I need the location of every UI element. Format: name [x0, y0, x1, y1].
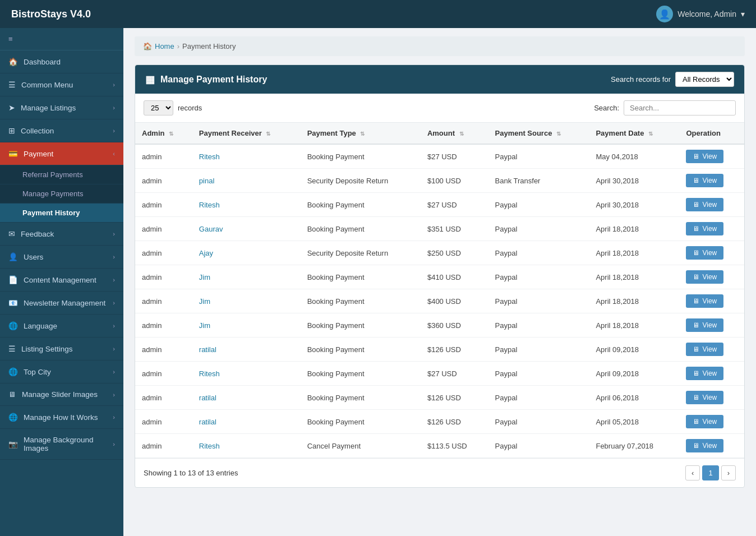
sort-icon[interactable]: ⇅: [266, 131, 270, 137]
sidebar-item-users[interactable]: 👤 Users ›: [0, 246, 123, 269]
receiver-link[interactable]: Gaurav: [199, 225, 223, 233]
user-dropdown-icon[interactable]: ▾: [741, 10, 745, 19]
sidebar-toggle[interactable]: ≡: [0, 28, 123, 50]
page-1-button[interactable]: 1: [702, 465, 718, 480]
sidebar-item-how-it-works[interactable]: 🌐 Manage How It Works ›: [0, 406, 123, 429]
sidebar-item-slider-images[interactable]: 🖥 Manage Slider Images ›: [0, 383, 123, 406]
search-label: Search:: [594, 104, 619, 112]
view-button[interactable]: 🖥 View: [686, 222, 723, 235]
cell-receiver: Gaurav: [192, 217, 301, 241]
view-button[interactable]: 🖥 View: [686, 294, 723, 308]
sub-item-payment-history[interactable]: Payment History: [0, 204, 123, 223]
sidebar-item-manage-listings[interactable]: ➤ Manage Listings ›: [0, 96, 123, 119]
receiver-link[interactable]: Ritesh: [199, 369, 220, 378]
receiver-link[interactable]: Ritesh: [199, 201, 220, 209]
sidebar-item-label: Content Management: [24, 276, 96, 284]
chevron-right-icon: ›: [113, 414, 115, 421]
search-for-container: Search records for All Records: [611, 72, 734, 87]
sidebar-item-top-city[interactable]: 🌐 Top City ›: [0, 361, 123, 383]
records-count-select[interactable]: 25: [144, 100, 173, 115]
view-button[interactable]: 🖥 View: [686, 415, 723, 428]
table-controls: 25 records Search:: [135, 94, 744, 123]
view-button[interactable]: 🖥 View: [686, 318, 723, 332]
cell-type: Booking Payment: [301, 313, 421, 338]
chevron-right-icon: ›: [113, 391, 115, 398]
cell-operation: 🖥 View: [679, 289, 744, 313]
cell-operation: 🖥 View: [679, 434, 744, 458]
next-page-button[interactable]: ›: [721, 465, 736, 480]
sidebar-item-feedback[interactable]: ✉ Feedback ›: [0, 223, 123, 246]
cell-source: Paypal: [488, 338, 589, 362]
sidebar-item-label: Common Menu: [21, 81, 73, 89]
breadcrumb-home[interactable]: Home: [155, 42, 174, 50]
sidebar-item-listing-settings[interactable]: ☰ Listing Settings ›: [0, 338, 123, 361]
view-icon: 🖥: [693, 297, 699, 305]
receiver-link[interactable]: Jim: [199, 321, 210, 330]
receiver-link[interactable]: ratilal: [199, 345, 216, 354]
sort-icon[interactable]: ⇅: [556, 131, 561, 137]
sidebar-item-dashboard[interactable]: 🏠 Dashboard: [0, 50, 123, 73]
view-button[interactable]: 🖥 View: [686, 343, 723, 356]
sidebar-item-payment[interactable]: 💳 Payment ‹: [0, 142, 123, 165]
sidebar-item-label: Listing Settings: [21, 345, 73, 353]
table-header: Admin ⇅ Payment Receiver ⇅ Payment Type …: [135, 123, 744, 144]
sidebar-item-label: Collection: [21, 127, 54, 135]
view-button[interactable]: 🖥 View: [686, 391, 723, 404]
col-type: Payment Type ⇅: [301, 123, 421, 144]
view-icon: 🖥: [693, 345, 699, 353]
sidebar-item-background-images[interactable]: 📷 Manage Background Images ›: [0, 429, 123, 460]
cell-receiver: Ritesh: [192, 434, 301, 458]
search-input[interactable]: [624, 100, 736, 115]
sort-icon[interactable]: ⇅: [169, 131, 173, 137]
view-button[interactable]: 🖥 View: [686, 174, 723, 187]
sidebar-item-content-management[interactable]: 📄 Content Management ›: [0, 269, 123, 292]
cell-source: Paypal: [488, 289, 589, 313]
receiver-link[interactable]: ratilal: [199, 394, 216, 402]
cell-type: Booking Payment: [301, 386, 421, 410]
receiver-link[interactable]: ratilal: [199, 418, 216, 426]
sort-icon[interactable]: ⇅: [648, 131, 653, 137]
cell-admin: admin: [135, 410, 192, 434]
sidebar-item-common-menu[interactable]: ☰ Common Menu ›: [0, 73, 123, 96]
receiver-link[interactable]: pinal: [199, 177, 214, 185]
view-button[interactable]: 🖥 View: [686, 150, 723, 163]
brand-title: BistroStays V4.0: [11, 8, 91, 20]
receiver-link[interactable]: Jim: [199, 273, 210, 281]
pagination: ‹ 1 ›: [685, 465, 736, 480]
receiver-link[interactable]: Jim: [199, 297, 210, 306]
view-button[interactable]: 🖥 View: [686, 439, 723, 452]
receiver-link[interactable]: Ritesh: [199, 442, 220, 450]
cell-date: April 06,2018: [589, 386, 679, 410]
sidebar-item-collection[interactable]: ⊞ Collection ›: [0, 119, 123, 142]
sidebar-item-label: Manage Listings: [21, 104, 76, 112]
view-button[interactable]: 🖥 View: [686, 246, 723, 260]
view-button[interactable]: 🖥 View: [686, 270, 723, 284]
sort-icon[interactable]: ⇅: [459, 131, 464, 137]
card-footer: Showing 1 to 13 of 13 entries ‹ 1 ›: [135, 458, 744, 487]
cell-operation: 🖥 View: [679, 338, 744, 362]
prev-page-button[interactable]: ‹: [685, 465, 700, 480]
view-button[interactable]: 🖥 View: [686, 198, 723, 211]
chevron-left-icon: ‹: [113, 150, 115, 157]
sidebar-item-language[interactable]: 🌐 Language ›: [0, 315, 123, 338]
sub-item-referral-payments[interactable]: Referral Payments: [0, 165, 123, 184]
view-button[interactable]: 🖥 View: [686, 367, 723, 380]
receiver-link[interactable]: Ajay: [199, 249, 213, 257]
table-icon: ▦: [145, 73, 155, 86]
cell-admin: admin: [135, 289, 192, 313]
cell-operation: 🖥 View: [679, 217, 744, 241]
table-row: admin ratilal Booking Payment $126 USD P…: [135, 410, 744, 434]
cell-date: April 18,2018: [589, 241, 679, 265]
feedback-icon: ✉: [8, 229, 15, 238]
sidebar-item-label: Newsletter Management: [24, 299, 105, 307]
cell-source: Paypal: [488, 193, 589, 217]
table-row: admin Ajay Security Deposite Return $250…: [135, 241, 744, 265]
search-for-select[interactable]: All Records: [675, 72, 734, 87]
sort-icon[interactable]: ⇅: [360, 131, 365, 137]
view-icon: 🖥: [693, 442, 699, 450]
receiver-link[interactable]: Ritesh: [199, 153, 220, 161]
sub-item-manage-payments[interactable]: Manage Payments: [0, 184, 123, 204]
sidebar-item-newsletter[interactable]: 📧 Newsletter Management ›: [0, 292, 123, 315]
cell-date: April 18,2018: [589, 289, 679, 313]
page-title: Manage Payment History: [160, 75, 267, 85]
